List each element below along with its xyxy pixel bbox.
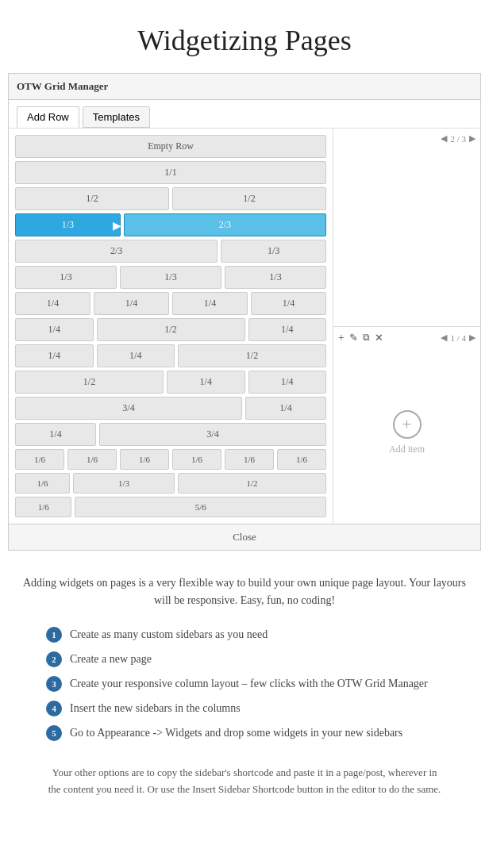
table-row: 1/6 1/3 1/2 [15,473,326,494]
grid-cell-1-4g[interactable]: 1/4 [15,344,94,367]
delete-icon[interactable]: ✕ [375,332,383,344]
table-row: 1/4 1/4 1/2 [15,344,326,367]
list-item: 5 Go to Appearance -> Widgets and drop s… [46,724,443,741]
grid-cell-1-4e[interactable]: 1/4 [15,318,94,341]
close-button[interactable]: Close [8,524,481,551]
pagination-text-top: 2 / 3 [450,134,466,144]
step-text-4: Insert the new sidebars in the columns [70,700,241,716]
table-row: 1/2 1/4 1/4 [15,371,326,394]
step-badge-3: 3 [46,676,62,692]
grid-cell-1-4a[interactable]: 1/4 [15,292,90,315]
add-item-area: + Add item [338,348,476,520]
tab-add-row[interactable]: Add Row [17,106,79,128]
step-badge-1: 1 [46,627,62,643]
grid-cell-1-4j[interactable]: 1/4 [248,371,327,394]
grid-cell-1-6a[interactable]: 1/6 [15,449,64,470]
table-row: 1/6 1/6 1/6 1/6 1/6 1/6 [15,449,326,470]
grid-cell-1-3-selected[interactable]: 1/3 ▶ [15,213,121,236]
page-title: Widgetizing Pages [0,0,489,73]
grid-cell-1-4l[interactable]: 1/4 [15,423,96,446]
table-row: 3/4 1/4 [15,397,326,420]
table-row: 1/2 1/2 [15,187,326,210]
grid-cell-1-4f[interactable]: 1/4 [248,318,327,341]
edit-icon[interactable]: ✎ [349,332,358,344]
grid-cell-1-2e[interactable]: 1/2 [15,371,164,394]
grid-cell-1-3b[interactable]: 1/3 [15,266,117,289]
toolbar-icons: + ✎ ⧉ ✕ [338,332,383,344]
step-text-5: Go to Appearance -> Widgets and drop som… [70,724,402,741]
steps-list: 1 Create as many custom sidebars as you … [46,626,443,741]
grid-cell-1-6e[interactable]: 1/6 [225,449,274,470]
grid-cell-1-3c[interactable]: 1/3 [120,266,221,289]
copy-icon[interactable]: ⧉ [363,332,370,344]
footer-description: Your other options are to copy the sideb… [16,757,473,806]
grid-cell-1-3a[interactable]: 1/3 [221,240,326,263]
grid-cell-2-3a[interactable]: 2/3 [15,240,218,263]
step-badge-2: 2 [46,651,62,667]
grid-cell-1-1[interactable]: 1/1 [15,161,326,184]
grid-cell-1-6b[interactable]: 1/6 [67,449,117,470]
step-text-2: Create a new page [70,651,152,667]
grid-rows: Empty Row 1/1 1/2 1/2 1/3 ▶ 2/3 2/3 1 [15,135,326,517]
table-row: 1/3 ▶ 2/3 [15,213,326,236]
table-row: 1/3 1/3 1/3 [15,266,326,289]
grid-cell-1-2d[interactable]: 1/2 [178,344,326,367]
grid-cell-1-3d[interactable]: 1/3 [225,266,326,289]
table-row: 2/3 1/3 [15,240,326,263]
pagination-text-bottom: 1 / 4 [450,333,466,343]
table-row: 1/4 1/2 1/4 [15,318,326,341]
grid-cell-5-6[interactable]: 5/6 [75,497,326,517]
grid-cell-1-4h[interactable]: 1/4 [97,344,175,367]
step-text-1: Create as many custom sidebars as you ne… [70,626,268,643]
main-description: Adding widgets on pages is a very flexib… [16,574,473,610]
right-side: ◀ 2 / 3 ▶ + ✎ ⧉ ✕ ◀ 1 / 4 ▶ [333,129,480,524]
tab-templates[interactable]: Templates [83,106,150,128]
grid-cell-1-6c[interactable]: 1/6 [120,449,169,470]
description-section: Adding widgets on pages is a very flexib… [0,551,489,821]
grid-cell-1-2b[interactable]: 1/2 [172,187,326,210]
grid-cell-1-4i[interactable]: 1/4 [167,371,245,394]
grid-cell-1-4d[interactable]: 1/4 [251,292,326,315]
add-item-button[interactable]: + [393,410,422,439]
grid-cell-1-3e[interactable]: 1/3 [73,473,175,494]
prev-arrow-bottom[interactable]: ◀ [441,332,447,343]
step-text-3: Create your responsive column layout – f… [70,675,428,692]
grid-cell-1-4b[interactable]: 1/4 [94,292,169,315]
grid-cell-1-2c[interactable]: 1/2 [97,318,245,341]
table-row: 1/4 1/4 1/4 1/4 [15,292,326,315]
table-row: 1/4 3/4 [15,423,326,446]
add-item-label: Add item [389,444,425,455]
grid-cell-1-4c[interactable]: 1/4 [172,292,248,315]
next-arrow-top[interactable]: ▶ [469,133,476,144]
step-badge-4: 4 [46,701,62,716]
grid-cell-1-6h[interactable]: 1/6 [15,497,71,517]
grid-cell-1-4k[interactable]: 1/4 [245,397,326,420]
bottom-toolbar: + ✎ ⧉ ✕ ◀ 1 / 4 ▶ [338,332,476,344]
grid-cell-1-6g[interactable]: 1/6 [15,473,70,494]
list-item: 2 Create a new page [46,651,443,667]
grid-cell-3-4b[interactable]: 3/4 [99,423,326,446]
grid-cell-2-3-selected[interactable]: 2/3 [124,213,326,236]
list-item: 4 Insert the new sidebars in the columns [46,700,443,716]
next-arrow-bottom[interactable]: ▶ [469,332,476,343]
grid-cell-1-6f[interactable]: 1/6 [277,449,326,470]
add-icon[interactable]: + [338,332,345,344]
right-panel-bottom: + ✎ ⧉ ✕ ◀ 1 / 4 ▶ + Add item [333,327,480,524]
grid-cell-1-2f[interactable]: 1/2 [178,473,326,494]
table-row: 1/6 5/6 [15,497,326,517]
table-row: 1/1 [15,161,326,184]
step-badge-5: 5 [46,725,62,741]
empty-row-cell[interactable]: Empty Row [15,135,326,158]
grid-cell-1-6d[interactable]: 1/6 [172,449,221,470]
list-item: 3 Create your responsive column layout –… [46,675,443,692]
bottom-pagination: ◀ 1 / 4 ▶ [441,332,476,343]
grid-cell-3-4a[interactable]: 3/4 [15,397,242,420]
right-panel-top: ◀ 2 / 3 ▶ [333,129,480,327]
grid-panel: Empty Row 1/1 1/2 1/2 1/3 ▶ 2/3 2/3 1 [9,129,333,524]
grid-cell-1-2a[interactable]: 1/2 [15,187,169,210]
grid-manager-header: OTW Grid Manager [9,74,480,100]
prev-arrow-top[interactable]: ◀ [441,133,447,144]
top-panel-content [338,147,476,321]
top-pagination: ◀ 2 / 3 ▶ [338,133,476,144]
table-row: Empty Row [15,135,326,158]
